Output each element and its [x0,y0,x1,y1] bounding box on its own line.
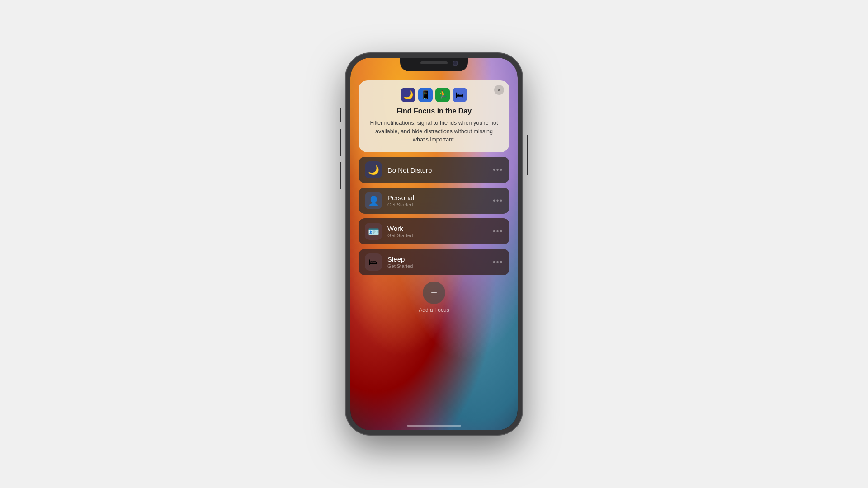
dnd-more-button[interactable]: ••• [493,166,503,174]
notch [400,58,468,71]
personal-icon: 👤 [365,192,382,209]
phone-icon: 📱 [418,88,433,102]
camera [453,61,458,66]
add-focus-label: Add a Focus [419,307,449,313]
info-card-title: Find Focus in the Day [367,107,501,116]
close-button[interactable]: × [494,85,504,95]
personal-subtitle: Get Started [387,202,487,207]
home-indicator [407,425,461,427]
volume-down-button [340,162,341,189]
volume-up-button [340,129,341,156]
phone-frame: 🌙 📱 🏃 🛏 × Find Focus in the Day Filter n… [346,53,522,435]
phone-device: 🌙 📱 🏃 🛏 × Find Focus in the Day Filter n… [346,53,522,435]
focus-row-dnd[interactable]: 🌙 Do Not Disturb ••• [359,157,509,183]
work-text: Work Get Started [387,225,487,238]
sleep-subtitle: Get Started [387,263,487,269]
power-button [527,135,528,175]
work-name: Work [387,225,487,232]
sleep-icon-row: 🛏 [365,253,382,271]
sleep-text: Sleep Get Started [387,255,487,269]
work-subtitle: Get Started [387,233,487,238]
focus-row-sleep[interactable]: 🛏 Sleep Get Started ••• [359,249,509,275]
focus-row-personal[interactable]: 👤 Personal Get Started ••• [359,188,509,214]
add-focus-section: + Add a Focus [359,282,509,313]
focus-row-work[interactable]: 🪪 Work Get Started ••• [359,218,509,244]
run-icon: 🏃 [435,88,450,102]
dnd-text: Do Not Disturb [387,166,487,174]
dnd-name: Do Not Disturb [387,166,487,174]
personal-name: Personal [387,194,487,202]
personal-more-button[interactable]: ••• [493,197,503,205]
personal-text: Personal Get Started [387,194,487,207]
sleep-name: Sleep [387,255,487,263]
mute-button [340,108,341,122]
moon-icon: 🌙 [401,88,415,102]
phone-screen: 🌙 📱 🏃 🛏 × Find Focus in the Day Filter n… [350,58,518,430]
dnd-icon: 🌙 [365,161,382,178]
sleep-more-button[interactable]: ••• [493,258,503,266]
add-focus-button[interactable]: + [423,282,445,304]
info-card: 🌙 📱 🏃 🛏 × Find Focus in the Day Filter n… [359,80,509,152]
info-card-icon-row: 🌙 📱 🏃 🛏 [367,88,501,102]
work-icon: 🪪 [365,223,382,240]
screen-content: 🌙 📱 🏃 🛏 × Find Focus in the Day Filter n… [350,76,518,430]
work-more-button[interactable]: ••• [493,227,503,235]
info-card-description: Filter notifications, signal to friends … [367,119,501,144]
sleep-icon: 🛏 [453,88,467,102]
speaker [420,61,448,64]
